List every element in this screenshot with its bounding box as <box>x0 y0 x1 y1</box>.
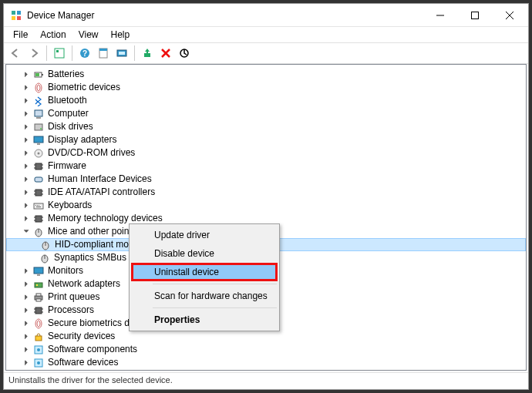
svg-rect-46 <box>37 205 38 206</box>
toolbar-separator <box>72 45 72 61</box>
expand-icon[interactable]: ⏵ <box>22 369 31 371</box>
device-manager-window: Device Manager File Action View Help ? ⏵… <box>3 3 529 390</box>
expand-icon[interactable]: ⏵ <box>22 107 31 120</box>
svg-rect-9 <box>56 50 59 52</box>
tree-node-label: Bluetooth <box>48 94 87 107</box>
svg-rect-74 <box>35 336 42 341</box>
tree-node[interactable]: ⏵Firmware <box>6 160 526 173</box>
menu-action[interactable]: Action <box>34 28 72 42</box>
back-button[interactable] <box>7 45 24 62</box>
expand-icon[interactable]: ⏵ <box>22 330 31 343</box>
tree-node[interactable]: ⏵Keyboards <box>6 199 526 212</box>
ctx-uninstall-device[interactable]: Uninstall device <box>131 263 278 281</box>
svg-point-78 <box>37 361 40 364</box>
tree-node[interactable]: ⏵Disk drives <box>6 120 526 133</box>
ctx-separator <box>153 284 277 284</box>
expand-icon[interactable]: ⏵ <box>22 133 31 146</box>
tree-node-label: DVD/CD-ROM drives <box>48 146 135 160</box>
menu-view[interactable]: View <box>72 28 105 42</box>
device-icon <box>32 95 45 107</box>
update-driver-button[interactable] <box>139 45 156 62</box>
tree-node[interactable]: ⏵Display adapters <box>6 133 526 146</box>
expand-icon[interactable]: ⏵ <box>22 264 31 277</box>
expand-icon[interactable]: ⏵ <box>22 304 31 317</box>
toolbar-separator <box>46 45 47 61</box>
expand-icon[interactable]: ⏵ <box>22 186 31 199</box>
expand-icon[interactable]: ⏵ <box>22 160 31 173</box>
ctx-disable-device[interactable]: Disable device <box>131 244 278 263</box>
expand-icon[interactable]: ⏵ <box>22 199 31 212</box>
context-menu: Update driver Disable device Uninstall d… <box>129 223 280 331</box>
ctx-update-driver[interactable]: Update driver <box>131 226 278 244</box>
uninstall-button[interactable] <box>157 45 174 62</box>
tree-node-label: Software components <box>48 343 137 356</box>
tree-node[interactable]: ⏵DVD/CD-ROM drives <box>6 146 526 160</box>
svg-point-24 <box>37 85 40 91</box>
tree-node[interactable]: ⏵Human Interface Devices <box>6 173 526 186</box>
tree-node[interactable]: ⏵Batteries <box>6 68 526 81</box>
svg-rect-45 <box>35 205 36 206</box>
device-icon <box>32 108 45 120</box>
maximize-button[interactable] <box>457 4 492 26</box>
ctx-scan-hardware[interactable]: Scan for hardware changes <box>131 287 278 305</box>
tree-node[interactable]: ⏵Biometric devices <box>6 81 526 94</box>
help-button[interactable]: ? <box>76 45 93 62</box>
expand-icon[interactable]: ⏵ <box>22 68 31 81</box>
svg-rect-48 <box>36 207 41 207</box>
expand-icon[interactable]: ⏵ <box>22 146 31 160</box>
disable-button[interactable] <box>176 45 193 62</box>
close-button[interactable] <box>492 4 527 26</box>
expand-icon[interactable]: ⏵ <box>22 173 31 186</box>
svg-rect-22 <box>35 73 39 76</box>
expand-icon[interactable]: ⏵ <box>22 277 31 291</box>
device-icon <box>32 173 45 186</box>
menubar: File Action View Help <box>4 27 528 42</box>
svg-point-73 <box>37 321 40 327</box>
expand-icon[interactable]: ⏵ <box>22 81 31 94</box>
menu-help[interactable]: Help <box>105 28 136 42</box>
svg-rect-3 <box>17 16 21 20</box>
expand-icon[interactable]: ⏵ <box>22 317 31 330</box>
tree-node[interactable]: ⏵Security devices <box>6 330 526 343</box>
expand-icon[interactable]: ⏵ <box>22 356 31 369</box>
forward-button[interactable] <box>25 45 42 62</box>
svg-rect-0 <box>12 11 15 15</box>
tree-node[interactable]: ⏵IDE ATA/ATAPI controllers <box>6 186 526 199</box>
device-icon <box>32 213 45 225</box>
tree-node-label: HID-compliant mo <box>55 239 129 250</box>
svg-rect-38 <box>35 177 42 182</box>
window-title: Device Manager <box>27 10 423 21</box>
device-icon <box>32 291 45 304</box>
device-icon <box>32 186 45 199</box>
tree-node-label: IDE ATA/ATAPI controllers <box>48 186 155 199</box>
scan-button[interactable] <box>113 45 130 62</box>
tree-node[interactable]: ⏵Sound, video and game controllers <box>6 369 526 371</box>
tree-node[interactable]: ⏵Bluetooth <box>6 94 526 107</box>
tree-node-label: Secure biometrics dev <box>48 317 140 330</box>
collapse-icon[interactable]: ⏷ <box>22 225 31 238</box>
expand-icon[interactable]: ⏵ <box>22 120 31 133</box>
svg-rect-47 <box>39 205 39 206</box>
svg-rect-65 <box>36 294 41 296</box>
tree-node[interactable]: ⏵Computer <box>6 107 526 120</box>
tree-node[interactable]: ⏵Software devices <box>6 356 526 369</box>
show-tree-button[interactable] <box>51 45 68 62</box>
device-icon <box>32 82 45 94</box>
expand-icon[interactable]: ⏵ <box>22 343 31 356</box>
device-icon <box>32 357 45 369</box>
device-icon <box>32 278 45 291</box>
ctx-properties[interactable]: Properties <box>131 311 278 329</box>
tree-node[interactable]: ⏵Software components <box>6 343 526 356</box>
tree-node-label: Synaptics SMBus T <box>54 251 134 264</box>
menu-file[interactable]: File <box>7 28 34 42</box>
device-icon <box>32 160 45 173</box>
tree-node-label: Sound, video and game controllers <box>48 369 190 371</box>
expand-icon[interactable]: ⏵ <box>22 94 31 107</box>
expand-icon[interactable]: ⏵ <box>22 291 31 304</box>
device-icon <box>32 147 45 160</box>
minimize-button[interactable] <box>423 4 457 26</box>
svg-rect-49 <box>35 216 42 222</box>
expand-icon[interactable]: ⏵ <box>22 212 31 225</box>
properties-button[interactable] <box>95 45 112 62</box>
svg-rect-8 <box>55 49 64 58</box>
